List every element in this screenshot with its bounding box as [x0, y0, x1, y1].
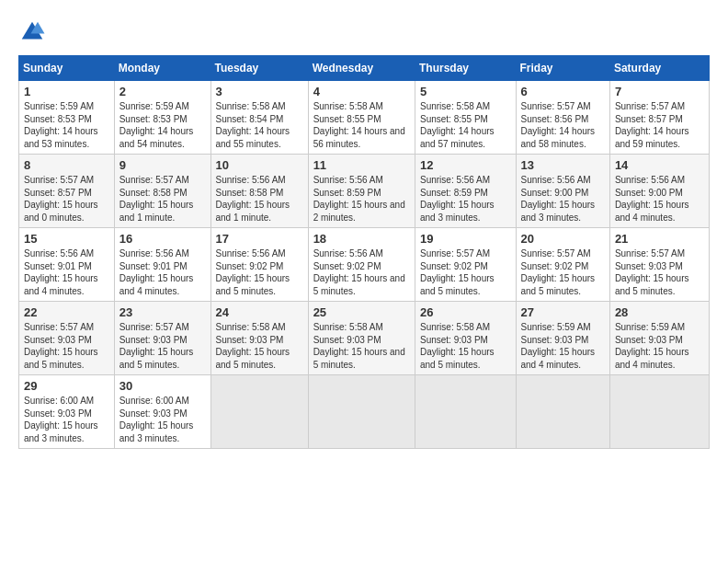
day-number: 14	[615, 158, 704, 172]
calendar-cell: 6Sunrise: 5:57 AMSunset: 8:56 PMDaylight…	[516, 81, 609, 155]
calendar-cell: 29Sunrise: 6:00 AMSunset: 9:03 PMDayligh…	[19, 375, 115, 449]
calendar-cell: 17Sunrise: 5:56 AMSunset: 9:02 PMDayligh…	[210, 228, 308, 302]
day-info: Sunrise: 6:00 AMSunset: 9:03 PMDaylight:…	[119, 395, 206, 444]
calendar-cell: 28Sunrise: 5:59 AMSunset: 9:03 PMDayligh…	[609, 302, 709, 375]
calendar-cell: 20Sunrise: 5:57 AMSunset: 9:02 PMDayligh…	[516, 228, 609, 302]
calendar-week-row: 15Sunrise: 5:56 AMSunset: 9:01 PMDayligh…	[19, 228, 710, 302]
day-info: Sunrise: 5:58 AMSunset: 8:55 PMDaylight:…	[420, 100, 511, 150]
calendar-week-row: 1Sunrise: 5:59 AMSunset: 8:53 PMDaylight…	[19, 81, 710, 155]
page-header	[18, 18, 710, 46]
day-info: Sunrise: 5:59 AMSunset: 9:03 PMDaylight:…	[615, 321, 704, 371]
calendar-header-row: SundayMondayTuesdayWednesdayThursdayFrid…	[19, 56, 710, 81]
calendar-cell: 2Sunrise: 5:59 AMSunset: 8:53 PMDaylight…	[114, 81, 210, 155]
day-number: 4	[313, 85, 410, 98]
day-number: 10	[216, 158, 303, 172]
calendar-cell: 5Sunrise: 5:58 AMSunset: 8:55 PMDaylight…	[415, 81, 516, 155]
calendar-cell: 13Sunrise: 5:56 AMSunset: 9:00 PMDayligh…	[516, 155, 609, 228]
day-info: Sunrise: 5:58 AMSunset: 9:03 PMDaylight:…	[313, 321, 410, 371]
calendar-cell: 26Sunrise: 5:58 AMSunset: 9:03 PMDayligh…	[415, 302, 516, 375]
day-info: Sunrise: 5:59 AMSunset: 8:53 PMDaylight:…	[24, 100, 109, 150]
calendar-cell	[609, 375, 709, 449]
calendar-cell: 7Sunrise: 5:57 AMSunset: 8:57 PMDaylight…	[609, 81, 709, 155]
day-info: Sunrise: 6:00 AMSunset: 9:03 PMDaylight:…	[24, 395, 109, 444]
day-info: Sunrise: 5:56 AMSunset: 8:58 PMDaylight:…	[216, 174, 303, 224]
calendar-week-row: 22Sunrise: 5:57 AMSunset: 9:03 PMDayligh…	[19, 302, 710, 375]
column-header-sunday: Sunday	[19, 56, 115, 81]
calendar-cell: 3Sunrise: 5:58 AMSunset: 8:54 PMDaylight…	[210, 81, 308, 155]
calendar-cell: 8Sunrise: 5:57 AMSunset: 8:57 PMDaylight…	[19, 155, 115, 228]
calendar-cell	[308, 375, 415, 449]
day-info: Sunrise: 5:58 AMSunset: 8:55 PMDaylight:…	[313, 100, 410, 150]
day-number: 17	[216, 232, 303, 246]
column-header-wednesday: Wednesday	[308, 56, 415, 81]
day-number: 6	[521, 85, 605, 98]
day-number: 12	[420, 158, 511, 172]
calendar-cell: 10Sunrise: 5:56 AMSunset: 8:58 PMDayligh…	[210, 155, 308, 228]
day-info: Sunrise: 5:59 AMSunset: 8:53 PMDaylight:…	[119, 100, 206, 150]
calendar-week-row: 8Sunrise: 5:57 AMSunset: 8:57 PMDaylight…	[19, 155, 710, 228]
day-info: Sunrise: 5:56 AMSunset: 9:01 PMDaylight:…	[24, 247, 109, 297]
day-number: 13	[521, 158, 605, 172]
calendar-cell	[210, 375, 308, 449]
column-header-tuesday: Tuesday	[210, 56, 308, 81]
calendar-cell: 21Sunrise: 5:57 AMSunset: 9:03 PMDayligh…	[609, 228, 709, 302]
day-number: 22	[24, 305, 109, 319]
day-info: Sunrise: 5:57 AMSunset: 9:02 PMDaylight:…	[420, 247, 511, 297]
day-info: Sunrise: 5:58 AMSunset: 9:03 PMDaylight:…	[420, 321, 511, 371]
day-number: 15	[24, 232, 109, 246]
day-info: Sunrise: 5:56 AMSunset: 9:02 PMDaylight:…	[216, 247, 303, 297]
day-number: 27	[521, 305, 605, 319]
logo	[18, 18, 50, 46]
day-info: Sunrise: 5:57 AMSunset: 9:03 PMDaylight:…	[24, 321, 109, 371]
day-number: 26	[420, 305, 511, 319]
logo-icon	[18, 18, 46, 46]
calendar-cell: 11Sunrise: 5:56 AMSunset: 8:59 PMDayligh…	[308, 155, 415, 228]
calendar-cell: 1Sunrise: 5:59 AMSunset: 8:53 PMDaylight…	[19, 81, 115, 155]
calendar-cell: 12Sunrise: 5:56 AMSunset: 8:59 PMDayligh…	[415, 155, 516, 228]
calendar-cell: 15Sunrise: 5:56 AMSunset: 9:01 PMDayligh…	[19, 228, 115, 302]
day-info: Sunrise: 5:57 AMSunset: 8:57 PMDaylight:…	[615, 100, 704, 150]
day-number: 30	[119, 379, 206, 393]
day-info: Sunrise: 5:56 AMSunset: 8:59 PMDaylight:…	[420, 174, 511, 224]
day-number: 9	[119, 158, 206, 172]
calendar-cell: 14Sunrise: 5:56 AMSunset: 9:00 PMDayligh…	[609, 155, 709, 228]
column-header-friday: Friday	[516, 56, 609, 81]
day-number: 1	[24, 85, 109, 98]
calendar-cell: 24Sunrise: 5:58 AMSunset: 9:03 PMDayligh…	[210, 302, 308, 375]
calendar-cell: 22Sunrise: 5:57 AMSunset: 9:03 PMDayligh…	[19, 302, 115, 375]
day-info: Sunrise: 5:56 AMSunset: 8:59 PMDaylight:…	[313, 174, 410, 224]
calendar-cell: 16Sunrise: 5:56 AMSunset: 9:01 PMDayligh…	[114, 228, 210, 302]
calendar-table: SundayMondayTuesdayWednesdayThursdayFrid…	[18, 55, 710, 449]
day-info: Sunrise: 5:58 AMSunset: 8:54 PMDaylight:…	[216, 100, 303, 150]
column-header-monday: Monday	[114, 56, 210, 81]
day-number: 24	[216, 305, 303, 319]
calendar-cell: 25Sunrise: 5:58 AMSunset: 9:03 PMDayligh…	[308, 302, 415, 375]
day-info: Sunrise: 5:59 AMSunset: 9:03 PMDaylight:…	[521, 321, 605, 371]
day-number: 23	[119, 305, 206, 319]
calendar-cell	[415, 375, 516, 449]
column-header-thursday: Thursday	[415, 56, 516, 81]
calendar-cell: 27Sunrise: 5:59 AMSunset: 9:03 PMDayligh…	[516, 302, 609, 375]
calendar-cell: 23Sunrise: 5:57 AMSunset: 9:03 PMDayligh…	[114, 302, 210, 375]
calendar-cell: 4Sunrise: 5:58 AMSunset: 8:55 PMDaylight…	[308, 81, 415, 155]
day-info: Sunrise: 5:57 AMSunset: 8:57 PMDaylight:…	[24, 174, 109, 224]
day-number: 7	[615, 85, 704, 98]
calendar-week-row: 29Sunrise: 6:00 AMSunset: 9:03 PMDayligh…	[19, 375, 710, 449]
calendar-cell: 9Sunrise: 5:57 AMSunset: 8:58 PMDaylight…	[114, 155, 210, 228]
day-info: Sunrise: 5:56 AMSunset: 9:01 PMDaylight:…	[119, 247, 206, 297]
day-number: 3	[216, 85, 303, 98]
day-info: Sunrise: 5:57 AMSunset: 8:58 PMDaylight:…	[119, 174, 206, 224]
day-number: 25	[313, 305, 410, 319]
calendar-cell: 19Sunrise: 5:57 AMSunset: 9:02 PMDayligh…	[415, 228, 516, 302]
day-info: Sunrise: 5:58 AMSunset: 9:03 PMDaylight:…	[216, 321, 303, 371]
day-number: 11	[313, 158, 410, 172]
day-number: 8	[24, 158, 109, 172]
day-number: 5	[420, 85, 511, 98]
day-info: Sunrise: 5:57 AMSunset: 9:02 PMDaylight:…	[521, 247, 605, 297]
day-number: 28	[615, 305, 704, 319]
day-info: Sunrise: 5:56 AMSunset: 9:00 PMDaylight:…	[521, 174, 605, 224]
day-number: 19	[420, 232, 511, 246]
column-header-saturday: Saturday	[609, 56, 709, 81]
day-info: Sunrise: 5:57 AMSunset: 9:03 PMDaylight:…	[615, 247, 704, 297]
day-info: Sunrise: 5:57 AMSunset: 8:56 PMDaylight:…	[521, 100, 605, 150]
